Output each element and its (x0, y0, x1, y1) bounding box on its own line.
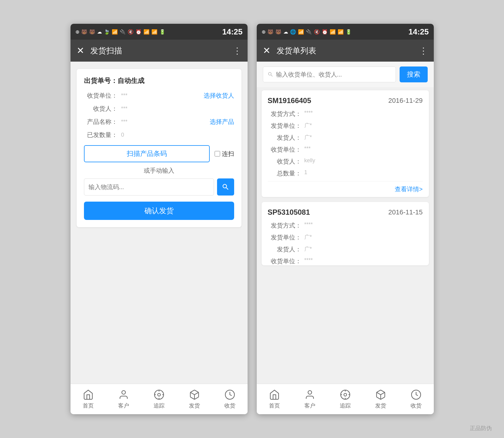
scan-card: 出货单号：自动生成 收货单位： *** 选择收货人 收货人： *** 产品名称：… (77, 69, 241, 227)
svg-point-9 (308, 390, 312, 394)
search-button[interactable]: 搜索 (400, 66, 428, 82)
close-button-right[interactable]: ✕ (263, 46, 270, 55)
detail-row-ship-unit-2: 发货单位： 广* (268, 233, 423, 242)
clock-icon (224, 389, 235, 400)
user-icon (118, 389, 129, 400)
order-id-2: SP53105081 (268, 208, 310, 217)
value-recv-unit-1: *** (304, 145, 311, 154)
nav-receive-label-left: 收货 (224, 402, 235, 409)
value-ship-method-2: **** (304, 221, 313, 230)
order-header-1: SM19166405 2016-11-29 (268, 96, 423, 105)
box-icon (189, 389, 200, 400)
detail-row-ship-method-2: 发货方式： **** (268, 221, 423, 230)
value-recv-unit-2: **** (304, 257, 313, 265)
app-bar-left: ✕ 发货扫描 ⋮ (71, 40, 248, 62)
form-row-product: 产品名称： *** 选择产品 (84, 118, 234, 126)
select-receiver-link[interactable]: 选择收货人 (204, 92, 234, 100)
manual-input-label: 或手动输入 (84, 167, 234, 175)
confirm-delivery-button[interactable]: 确认发货 (84, 202, 234, 220)
value-total-1: 1 (304, 169, 307, 178)
more-button-left[interactable]: ⋮ (233, 46, 241, 56)
detail-link-1[interactable]: 查看详情> (395, 186, 423, 192)
continuous-scan-checkbox-area[interactable]: 连扫 (215, 150, 234, 158)
detail-row-ship-unit-1: 发货单位： 广* (268, 122, 423, 130)
user-icon-right (304, 389, 315, 400)
box-icon-right (375, 389, 386, 400)
label-ship-method-2: 发货方式： (268, 221, 301, 230)
more-button-right[interactable]: ⋮ (419, 46, 428, 56)
value-ship-unit-2: 广* (304, 233, 312, 242)
scan-barcode-button[interactable]: 扫描产品条码 (84, 145, 210, 162)
value-receiver-unit: *** (121, 92, 204, 99)
status-icons-left: ⊕🐻🐻☁🍃📶🔌🔇⏰📶📶🔋 (75, 29, 165, 35)
bottom-nav-right: 首页 客户 追踪 发货 (257, 384, 434, 414)
card-footer-1: 查看详情> (268, 181, 423, 197)
nav-customer-label-right: 客户 (304, 402, 315, 409)
value-receiver: *** (121, 106, 234, 112)
right-phone: ⊕🐻🐻☁🌐📶🔌🔇⏰📶📶🔋 14:25 ✕ 发货单列表 ⋮ 搜索 SM191664… (257, 24, 434, 414)
value-ship-method-1: **** (304, 110, 313, 118)
svg-point-11 (344, 393, 346, 396)
left-phone: ⊕🐻🐻☁🍃📶🔌🔇⏰📶📶🔋 14:25 ✕ 发货扫描 ⋮ 出货单号：自动生成 收货… (71, 24, 248, 414)
label-product: 产品名称： (84, 118, 118, 126)
nav-customer-left[interactable]: 客户 (118, 389, 129, 409)
scan-section: 扫描产品条码 连扫 (84, 145, 234, 162)
label-ship-unit-2: 发货单位： (268, 233, 301, 242)
nav-home-right[interactable]: 首页 (269, 389, 280, 409)
target-icon-right (340, 389, 351, 400)
form-row-quantity: 已发数量： 0 (84, 131, 234, 139)
search-input[interactable] (276, 71, 391, 78)
value-receiver-1: kelly (304, 157, 315, 166)
value-shipper-2: 广* (304, 245, 312, 253)
value-ship-unit-1: 广* (304, 122, 312, 130)
logistics-input[interactable] (84, 178, 214, 196)
svg-point-2 (158, 393, 160, 396)
nav-receive-left[interactable]: 收货 (224, 389, 235, 409)
label-ship-method-1: 发货方式： (268, 110, 301, 118)
label-receiver: 收货人： (84, 105, 118, 113)
detail-row-shipper-2: 发货人： 广* (268, 245, 423, 253)
order-date-1: 2016-11-29 (388, 97, 423, 105)
nav-track-left[interactable]: 追踪 (154, 389, 165, 409)
detail-row-shipper-1: 发货人： 广* (268, 134, 423, 142)
label-quantity: 已发数量： (84, 131, 118, 139)
nav-receive-right[interactable]: 收货 (411, 389, 422, 409)
logistics-input-row (84, 178, 234, 196)
nav-track-right[interactable]: 追踪 (340, 389, 351, 409)
nav-ship-left[interactable]: 发货 (189, 389, 200, 409)
order-header-2: SP53105081 2016-11-15 (268, 208, 423, 217)
app-bar-right: ✕ 发货单列表 ⋮ (257, 40, 434, 62)
detail-row-total-1: 总数量： 1 (268, 169, 423, 178)
detail-row-recv-unit-2: 收货单位： **** (268, 257, 423, 265)
order-card-2: SP53105081 2016-11-15 发货方式： **** 发货单位： 广… (262, 202, 429, 265)
continuous-scan-checkbox[interactable] (215, 151, 220, 156)
label-shipper-1: 发货人： (268, 134, 301, 142)
form-row-receiver-unit: 收货单位： *** 选择收货人 (84, 92, 234, 100)
bottom-nav-left: 首页 客户 追踪 发货 (71, 384, 248, 414)
svg-point-0 (122, 390, 125, 394)
label-recv-unit-2: 收货单位： (268, 257, 301, 265)
list-content: SM19166405 2016-11-29 发货方式： **** 发货单位： 广… (257, 87, 434, 384)
select-product-link[interactable]: 选择产品 (210, 118, 234, 126)
nav-home-left[interactable]: 首页 (83, 389, 94, 409)
label-recv-unit-1: 收货单位： (268, 145, 301, 154)
status-bar-left: ⊕🐻🐻☁🍃📶🔌🔇⏰📶📶🔋 14:25 (71, 24, 248, 40)
nav-track-label-right: 追踪 (340, 402, 351, 409)
order-date-2: 2016-11-15 (388, 208, 423, 216)
detail-row-ship-method-1: 发货方式： **** (268, 110, 423, 118)
nav-ship-right[interactable]: 发货 (375, 389, 386, 409)
logistics-search-button[interactable] (217, 178, 234, 196)
search-bar: 搜索 (257, 62, 434, 87)
nav-home-label-left: 首页 (83, 402, 94, 409)
nav-customer-right[interactable]: 客户 (304, 389, 315, 409)
order-id-1: SM19166405 (268, 96, 311, 105)
detail-row-recv-unit-1: 收货单位： *** (268, 145, 423, 154)
nav-track-label-left: 追踪 (154, 402, 165, 409)
close-button-left[interactable]: ✕ (77, 46, 84, 55)
value-product: *** (121, 119, 210, 125)
status-icons-right: ⊕🐻🐻☁🌐📶🔌🔇⏰📶📶🔋 (262, 29, 352, 35)
nav-ship-label-left: 发货 (189, 402, 200, 409)
continuous-scan-label: 连扫 (222, 150, 234, 158)
watermark: 正品防伪 (470, 425, 492, 431)
order-card-1: SM19166405 2016-11-29 发货方式： **** 发货单位： 广… (262, 90, 429, 197)
